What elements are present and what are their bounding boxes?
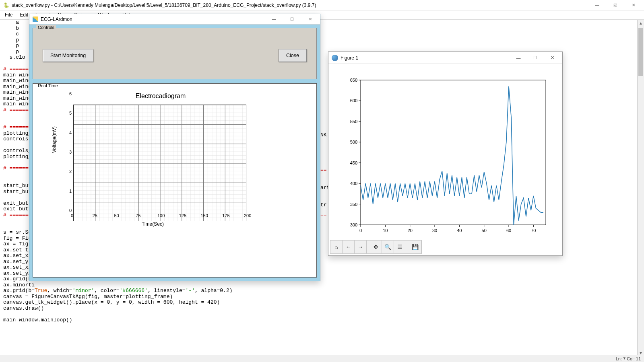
figure-1-title: Figure 1 xyxy=(341,55,358,61)
close-button[interactable]: ✕ xyxy=(301,14,319,24)
minimize-button[interactable]: — xyxy=(588,0,606,10)
realtime-group: Real Time Electrocadiogram Voltage(mV) 0… xyxy=(33,83,317,278)
svg-text:650: 650 xyxy=(350,78,357,82)
svg-rect-87 xyxy=(361,80,546,225)
controls-group-label: Controls xyxy=(36,25,56,30)
ecg-lardmon-window: ECG-LArdmon — ☐ ✕ Controls Start Monitor… xyxy=(29,14,320,281)
start-monitoring-button[interactable]: Start Monitoring xyxy=(43,49,93,62)
svg-text:60: 60 xyxy=(506,228,511,233)
maximize-button[interactable]: ☐ xyxy=(527,52,544,64)
minimize-button[interactable]: — xyxy=(510,52,527,64)
close-button[interactable]: Close xyxy=(279,49,307,62)
svg-text:20: 20 xyxy=(408,228,413,233)
svg-text:50: 50 xyxy=(482,228,487,233)
close-button[interactable]: ✕ xyxy=(624,0,642,10)
svg-text:40: 40 xyxy=(457,228,462,233)
svg-text:30: 30 xyxy=(432,228,437,233)
back-icon[interactable]: ← xyxy=(343,241,355,253)
save-icon[interactable]: 💾 xyxy=(409,241,421,253)
svg-text:500: 500 xyxy=(350,140,357,144)
idle-titlebar: 🐍 stack_overflow.py - C:/Users/Kennedy M… xyxy=(0,0,644,10)
svg-text:450: 450 xyxy=(350,160,357,165)
realtime-group-label: Real Time xyxy=(36,83,60,88)
vertical-scrollbar[interactable]: ▲ ▼ xyxy=(637,20,644,356)
tk-icon xyxy=(33,16,38,22)
menu-file[interactable]: File xyxy=(2,11,16,19)
scroll-up-icon[interactable]: ▲ xyxy=(638,20,644,27)
idle-title: stack_overflow.py - C:/Users/Kennedy Mul… xyxy=(12,2,316,8)
matplotlib-icon xyxy=(332,55,338,61)
home-icon[interactable]: ⌂ xyxy=(330,241,343,253)
svg-text:10: 10 xyxy=(383,228,388,233)
controls-group: Controls Start Monitoring Close xyxy=(33,28,317,79)
ecg-plot-area xyxy=(73,105,246,221)
forward-icon[interactable]: → xyxy=(355,241,367,253)
ecg-yticks: 0123456 xyxy=(64,94,72,212)
idle-statusbar: Ln: 7 Col: 11 xyxy=(0,355,644,362)
pan-icon[interactable]: ✥ xyxy=(370,241,382,253)
svg-text:400: 400 xyxy=(350,181,357,186)
ecg-xlabel: Time(Sec) xyxy=(142,221,164,227)
svg-text:350: 350 xyxy=(350,202,357,207)
figure-1-titlebar: Figure 1 — ☐ ✕ xyxy=(328,52,562,64)
close-button[interactable]: ✕ xyxy=(544,52,561,64)
svg-text:300: 300 xyxy=(350,222,357,227)
svg-text:70: 70 xyxy=(531,228,536,233)
configure-icon[interactable]: ☰ xyxy=(394,241,406,253)
figure-1-plot: 010203040506070300350400450500550600650 xyxy=(336,72,554,241)
matplotlib-toolbar: ⌂ ← → ✥ 🔍 ☰ 💾 xyxy=(330,240,422,254)
ecg-titlebar: ECG-LArdmon — ☐ ✕ xyxy=(29,14,320,25)
python-icon: 🐍 xyxy=(3,2,9,8)
maximize-button[interactable]: ☐ xyxy=(283,14,301,24)
ecg-ylabel: Voltage(mV) xyxy=(52,126,57,153)
figure-1-window: Figure 1 — ☐ ✕ 0102030405060703003504004… xyxy=(328,51,563,256)
svg-text:0: 0 xyxy=(359,228,362,233)
zoom-icon[interactable]: 🔍 xyxy=(382,241,394,253)
ecg-window-title: ECG-LArdmon xyxy=(41,16,72,22)
scroll-thumb[interactable] xyxy=(638,28,643,76)
ecg-chart-title: Electrocadiogram xyxy=(45,93,276,100)
ecg-chart: Electrocadiogram Voltage(mV) 0123456 025… xyxy=(45,93,276,265)
svg-text:600: 600 xyxy=(350,98,357,103)
maximize-button[interactable]: ◱ xyxy=(606,0,624,10)
cursor-position: Ln: 7 Col: 11 xyxy=(616,356,641,361)
minimize-button[interactable]: — xyxy=(265,14,283,24)
svg-text:550: 550 xyxy=(350,119,357,124)
